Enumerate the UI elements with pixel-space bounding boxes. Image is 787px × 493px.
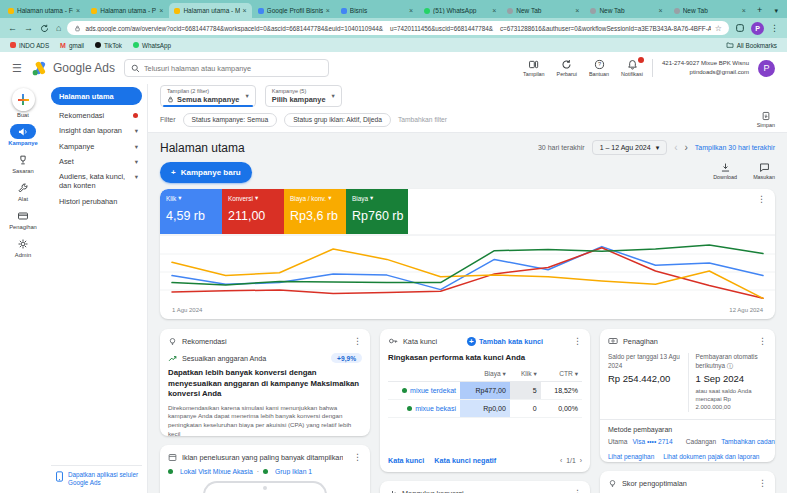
- bookmark-star-icon[interactable]: ☆: [715, 24, 722, 33]
- table-row[interactable]: mixue terdekat Rp477,00 5 18,52%: [388, 382, 582, 400]
- all-bookmarks-button[interactable]: All Bookmarks: [726, 41, 777, 49]
- reload-icon[interactable]: [40, 24, 49, 33]
- card-menu-icon[interactable]: ⋮: [353, 336, 362, 346]
- keyword-link[interactable]: mixue terdekat: [410, 387, 456, 394]
- save-view-button[interactable]: Simpan: [757, 111, 775, 128]
- close-tab-icon[interactable]: ×: [742, 7, 746, 14]
- bookmark-item[interactable]: Mgmail: [60, 42, 84, 49]
- add-backup-link[interactable]: Tambahkan cadangan: [721, 438, 775, 445]
- browser-menu-icon[interactable]: ⋮: [770, 23, 779, 33]
- browser-tab[interactable]: Bisnis×: [336, 3, 418, 18]
- sidebar-item-kampanye[interactable]: Kampanye▾: [51, 136, 142, 151]
- search-input[interactable]: [144, 64, 322, 73]
- card-menu-icon[interactable]: ⋮: [573, 336, 582, 346]
- chart-menu-icon[interactable]: ⋮: [748, 189, 775, 234]
- next-range-button[interactable]: ›: [685, 143, 688, 153]
- page-next-icon[interactable]: ›: [580, 457, 582, 464]
- sidebar-item-histori[interactable]: Histori perubahan: [51, 191, 142, 206]
- refresh-button[interactable]: Perbarui: [557, 59, 577, 77]
- show-last-30-link[interactable]: Tampilkan 30 hari terakhir: [695, 144, 775, 151]
- new-tab-button[interactable]: +: [754, 4, 766, 16]
- home-icon[interactable]: ⌂: [56, 23, 61, 33]
- browser-tab-active[interactable]: Halaman utama - Mix...×: [169, 3, 251, 18]
- bookmark-item[interactable]: TikTok: [95, 42, 122, 49]
- rail-item-penagihan[interactable]: Penagihan: [9, 208, 37, 230]
- rail-item-admin[interactable]: Admin: [10, 236, 36, 258]
- plus-icon[interactable]: [12, 88, 35, 111]
- sidebar-item-insight[interactable]: Insight dan laporan▾: [51, 120, 142, 135]
- browser-tab[interactable]: Halaman utama - PT S...×: [86, 3, 168, 18]
- bookmark-item[interactable]: INDO ADS: [10, 42, 49, 49]
- close-tab-icon[interactable]: ×: [159, 7, 163, 14]
- forward-icon[interactable]: →: [24, 23, 33, 33]
- sidebar-item-audiens[interactable]: Audiens, kata kunci, dan konten▾: [51, 166, 142, 191]
- bookmark-item[interactable]: WhatsApp: [133, 42, 171, 49]
- feedback-button[interactable]: Masukan: [753, 162, 775, 180]
- recommendation-item[interactable]: Sesuaikan anggaran Anda +9,9%: [168, 353, 362, 363]
- filter-chip-status-grup[interactable]: Status grup iklan: Aktif, Dijeda: [284, 113, 391, 127]
- card-menu-icon[interactable]: ⋮: [353, 452, 362, 462]
- view-billing-link[interactable]: Lihat penagihan: [608, 453, 654, 460]
- info-icon[interactable]: ⓘ: [727, 362, 733, 369]
- close-tab-icon[interactable]: ×: [492, 7, 496, 14]
- keywords-link[interactable]: Kata kunci: [388, 456, 424, 465]
- close-tab-icon[interactable]: ×: [76, 7, 80, 14]
- global-search[interactable]: [124, 59, 329, 77]
- campaign-selector[interactable]: Kampanye (5) Pilih kampanye ▾: [265, 85, 342, 107]
- close-tab-icon[interactable]: ×: [326, 7, 330, 14]
- browser-tab[interactable]: (51) WhatsApp×: [419, 3, 501, 18]
- browser-tab[interactable]: Halaman utama - Foc...×: [3, 3, 85, 18]
- back-icon[interactable]: ←: [8, 23, 17, 33]
- new-campaign-button[interactable]: +Kampanye baru: [160, 162, 252, 183]
- campaign-link[interactable]: Lokal Visit Mixue Akasia: [180, 468, 253, 475]
- mobile-app-link[interactable]: Dapatkan aplikasi seluler Google Ads: [51, 465, 142, 493]
- column-header-klik[interactable]: Klik ▾: [510, 367, 541, 382]
- account-info[interactable]: 421-274-9027 Mixue BPK Wisnu ptindoads@g…: [652, 59, 749, 77]
- card-menu-icon[interactable]: ⋮: [758, 478, 767, 488]
- view-tax-docs-link[interactable]: Lihat dokumen pajak dan laporan: [663, 453, 759, 460]
- sidebar-item-aset[interactable]: Aset▾: [51, 151, 142, 166]
- previous-range-button[interactable]: ‹: [674, 143, 677, 153]
- metric-tile-biaya[interactable]: Biaya▾ Rp760 rb: [346, 189, 408, 234]
- browser-tab[interactable]: New Tab×: [502, 3, 584, 18]
- close-tab-icon[interactable]: ×: [659, 7, 663, 14]
- trend-line-chart[interactable]: [160, 234, 775, 306]
- column-header-ctr[interactable]: CTR ▾: [541, 367, 582, 382]
- account-avatar[interactable]: P: [758, 60, 775, 77]
- metric-tile-biaya-konv[interactable]: Biaya / konv.▾ Rp3,6 rb: [284, 189, 346, 234]
- address-bar[interactable]: ads.google.com/aw/overview?ocid=66814477…: [67, 21, 729, 35]
- card-menu-icon[interactable]: ⋮: [573, 488, 582, 493]
- column-header-biaya[interactable]: Biaya ▾: [460, 367, 510, 382]
- keyword-link[interactable]: mixue bekasi: [415, 405, 456, 412]
- rail-item-sasaran[interactable]: Sasaran: [10, 152, 36, 174]
- browser-tab[interactable]: New Tab×: [669, 3, 751, 18]
- tab-search-chevron-icon[interactable]: ▾: [769, 7, 785, 15]
- hamburger-menu-icon[interactable]: ☰: [12, 62, 22, 75]
- negative-keywords-link[interactable]: Kata kunci negatif: [434, 456, 496, 465]
- rail-item-kampanye[interactable]: Kampanye: [8, 124, 37, 146]
- notifications-button[interactable]: Notifikasi: [621, 59, 643, 77]
- download-button[interactable]: Download: [713, 162, 737, 180]
- close-tab-icon[interactable]: ×: [409, 7, 413, 14]
- close-tab-icon[interactable]: ×: [575, 7, 579, 14]
- view-selector[interactable]: Tampilan (2 filter) Semua kampanye ▾: [160, 85, 256, 107]
- date-range-picker[interactable]: 1 – 12 Agu 2024▾: [592, 140, 668, 155]
- browser-tab[interactable]: Google Profil Bisnis -...×: [253, 3, 335, 18]
- sidebar-item-rekomendasi[interactable]: Rekomendasi: [51, 105, 142, 120]
- table-row[interactable]: mixue bekasi Rp0,00 0 0,00%: [388, 400, 582, 418]
- ad-group-link[interactable]: Grup Iklan 1: [275, 468, 312, 475]
- add-filter-button[interactable]: Tambahkan filter: [398, 116, 447, 123]
- create-button[interactable]: Buat: [12, 88, 35, 118]
- browser-tab[interactable]: New Tab×: [585, 3, 667, 18]
- browser-profile-avatar[interactable]: P: [751, 22, 764, 35]
- page-prev-icon[interactable]: ‹: [560, 457, 562, 464]
- card-menu-icon[interactable]: ⋮: [758, 336, 767, 346]
- sidebar-item-halaman-utama[interactable]: Halaman utama: [51, 87, 142, 105]
- rail-item-alat[interactable]: Alat: [10, 180, 36, 202]
- add-keyword-button[interactable]: +Tambah kata kunci: [467, 337, 543, 346]
- filter-chip-status-kampanye[interactable]: Status kampanye: Semua: [183, 113, 278, 127]
- help-button[interactable]: ? Bantuan: [589, 59, 609, 77]
- extensions-icon[interactable]: [735, 23, 745, 33]
- primary-card-link[interactable]: Visa •••• 2714: [632, 438, 672, 445]
- site-settings-icon[interactable]: [74, 25, 81, 32]
